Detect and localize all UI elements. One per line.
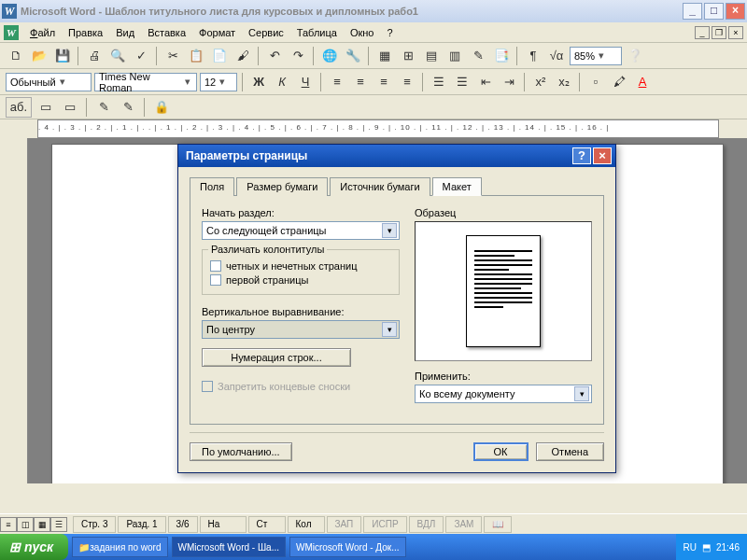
valign-combo[interactable]: По центру▾ [202,320,400,339]
hyperlink-icon[interactable]: 🌐 [319,46,340,66]
size-combo[interactable]: 12▾ [200,73,237,91]
app-icon[interactable]: W [4,25,19,40]
tray-icon[interactable]: ⬒ [702,542,711,553]
status-ext[interactable]: ВДЛ [409,516,444,533]
task-button-2[interactable]: W Microsoft Word - Ша... [172,537,286,557]
dialog-close-button[interactable]: × [593,147,612,164]
justify-icon[interactable]: ≡ [397,72,417,92]
odd-even-checkbox[interactable]: четных и нечетных страниц [210,260,391,272]
preview-label: Образец [415,207,592,218]
menu-service[interactable]: Сервис [243,25,289,40]
rev-icon-2[interactable]: ▭ [60,97,80,118]
underline-icon[interactable]: Ч [295,72,316,92]
drawing-icon[interactable]: ✎ [468,46,488,66]
tables-icon[interactable]: ▦ [374,46,395,66]
format-painter-icon[interactable]: 🖌 [233,46,253,66]
tab-fields[interactable]: Поля [190,177,234,196]
status-trk[interactable]: ИСПР [363,516,406,533]
bullets-icon[interactable]: ☰ [452,72,472,92]
open-icon[interactable]: 📂 [29,46,49,66]
doc-close-button[interactable]: × [728,26,743,39]
headers-footers-group: Различать колонтитулы четных и нечетных … [202,249,400,295]
align-right-icon[interactable]: ≡ [374,72,394,92]
tab-paper-size[interactable]: Размер бумаги [236,177,328,196]
task-button-1[interactable]: 📁 задания по word [72,537,167,557]
status-ovr[interactable]: ЗАМ [445,516,482,533]
superscript-icon[interactable]: x² [530,72,551,92]
dialog-titlebar[interactable]: Параметры страницы ? × [178,145,615,167]
horizontal-ruler[interactable]: . 4 . | . 3 . | . 2 . | . 1 . | . . | . … [37,119,719,138]
doc-restore-button[interactable]: ❐ [712,26,726,39]
font-color-icon[interactable]: A [632,72,653,92]
default-button[interactable]: По умолчанию... [190,442,292,461]
section-start-combo[interactable]: Со следующей страницы▾ [202,221,400,240]
preview-icon[interactable]: 🔍 [107,46,128,66]
print-view-button[interactable]: ▦ [34,517,50,532]
maximize-button[interactable]: □ [704,3,724,20]
tab-paper-source[interactable]: Источник бумаги [330,177,430,196]
doc-minimize-button[interactable]: _ [695,26,710,39]
italic-icon[interactable]: К [272,72,292,92]
decrease-indent-icon[interactable]: ⇤ [475,72,496,92]
lock-icon[interactable]: 🔒 [151,97,172,118]
paste-icon[interactable]: 📄 [209,46,230,66]
spellcheck-icon[interactable]: ✓ [131,46,151,66]
start-button[interactable]: ⊞пуск [0,534,68,560]
language-indicator[interactable]: RU [684,542,697,553]
columns-icon[interactable]: ▥ [444,46,465,66]
style-combo[interactable]: Обычный▾ [6,73,92,91]
status-book-icon[interactable]: 📖 [484,516,512,533]
menu-insert[interactable]: Вставка [142,25,191,40]
menu-format[interactable]: Формат [193,25,241,40]
align-left-icon[interactable]: ≡ [327,72,347,92]
new-icon[interactable]: 🗋 [6,46,26,66]
dialog-help-button[interactable]: ? [572,147,591,164]
menu-edit[interactable]: Правка [63,25,108,40]
normal-view-button[interactable]: ≡ [0,517,17,532]
undo-icon[interactable]: ↶ [264,46,285,66]
save-icon[interactable]: 💾 [52,46,73,66]
clock[interactable]: 21:46 [716,542,740,553]
outline-view-button[interactable]: ☰ [50,517,67,532]
cancel-button[interactable]: Отмена [536,442,604,461]
ok-button[interactable]: ОК [473,442,529,461]
show-hide-icon[interactable]: ¶ [523,46,543,66]
highlight-icon[interactable]: 🖍 [609,72,629,92]
help-icon[interactable]: ❔ [625,46,645,66]
menu-window[interactable]: Окно [345,25,380,40]
minimize-button[interactable]: _ [683,3,702,20]
doc-map-icon[interactable]: 📑 [491,46,512,66]
line-numbers-button[interactable]: Нумерация строк... [202,348,351,367]
web-toolbar-icon[interactable]: 🔧 [343,46,363,66]
highlighter-icon[interactable]: ✎ [118,97,138,118]
status-rec[interactable]: ЗАП [327,516,362,533]
cut-icon[interactable]: ✂ [162,46,183,66]
borders-icon[interactable]: ▫ [585,72,606,92]
apply-to-combo[interactable]: Ко всему документу▾ [415,385,592,403]
rev-icon-1[interactable]: ▭ [35,97,56,118]
excel-icon[interactable]: ▤ [421,46,442,66]
numbering-icon[interactable]: ☰ [429,72,449,92]
copy-icon[interactable]: 📋 [186,46,206,66]
menu-help[interactable]: ? [381,25,398,40]
web-view-button[interactable]: ◫ [17,517,34,532]
increase-indent-icon[interactable]: ⇥ [499,72,519,92]
pen-icon[interactable]: ✎ [93,97,114,118]
menu-file[interactable]: Файл [24,25,61,40]
sqrt-icon[interactable]: √α [546,46,567,66]
zoom-combo[interactable]: 85%▾ [570,47,622,65]
menu-view[interactable]: Вид [110,25,140,40]
subscript-icon[interactable]: x₂ [554,72,574,92]
print-icon[interactable]: 🖨 [84,46,105,66]
first-page-checkbox[interactable]: первой страницы [210,274,391,286]
insert-table-icon[interactable]: ⊞ [398,46,418,66]
align-center-icon[interactable]: ≡ [350,72,371,92]
task-button-3[interactable]: W Microsoft Word - Док... [289,537,406,557]
bold-icon[interactable]: Ж [248,72,269,92]
menu-table[interactable]: Таблица [291,25,343,40]
redo-icon[interactable]: ↷ [288,46,308,66]
font-combo[interactable]: Times New Roman▾ [94,73,197,91]
close-button[interactable]: × [726,3,745,20]
ab-button[interactable]: аб. [6,97,32,118]
tab-layout[interactable]: Макет [432,177,482,196]
